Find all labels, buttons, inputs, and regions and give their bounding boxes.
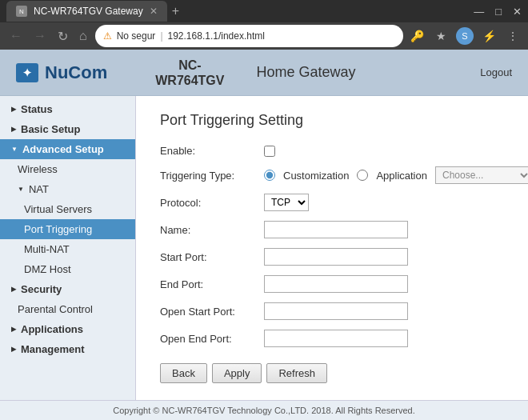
open-end-port-row: Open End Port: bbox=[160, 330, 504, 347]
apply-button[interactable]: Apply bbox=[212, 363, 262, 383]
logo-icon: ✦ bbox=[16, 63, 38, 82]
radio-customization-label: Customization bbox=[283, 170, 349, 182]
page-layout: Status Basic Setup Advanced Setup Wirele… bbox=[0, 96, 528, 420]
back-nav-button[interactable]: ← bbox=[6, 27, 26, 45]
logo-text: NuCom bbox=[45, 62, 107, 83]
radio-application[interactable] bbox=[357, 170, 368, 181]
maximize-button[interactable]: □ bbox=[495, 6, 502, 18]
sidebar-label-virtual-servers: Virtual Servers bbox=[24, 203, 92, 215]
end-port-control bbox=[264, 275, 408, 293]
sidebar-item-wireless[interactable]: Wireless bbox=[0, 159, 135, 179]
address-bar[interactable]: ⚠ No segur | 192.168.1.1/index.html bbox=[95, 25, 403, 47]
sidebar-label-nat: NAT bbox=[29, 183, 49, 195]
refresh-button[interactable]: Refresh bbox=[266, 363, 327, 383]
end-port-row: End Port: bbox=[160, 275, 504, 293]
home-nav-button[interactable]: ⌂ bbox=[76, 27, 90, 45]
settings-icon[interactable]: ⋮ bbox=[504, 27, 522, 45]
open-start-port-label: Open Start Port: bbox=[160, 306, 264, 318]
title-bar: N NC-WR764TGV Gateway ✕ + — □ ✕ bbox=[0, 0, 528, 22]
sidebar-label-wireless: Wireless bbox=[18, 163, 58, 175]
profile-icon[interactable]: S bbox=[456, 27, 474, 45]
protocol-row: Protocol: TCP UDP Both bbox=[160, 194, 504, 211]
sidebar-item-status[interactable]: Status bbox=[0, 99, 135, 119]
start-port-row: Start Port: bbox=[160, 248, 504, 266]
enable-control bbox=[264, 146, 275, 157]
sidebar-item-basic-setup[interactable]: Basic Setup bbox=[0, 119, 135, 139]
sidebar-label-security: Security bbox=[21, 283, 62, 295]
security-warning-icon: ⚠ bbox=[103, 30, 112, 42]
enable-label: Enable: bbox=[160, 145, 264, 157]
sidebar-label-dmz-host: DMZ Host bbox=[24, 263, 71, 275]
open-start-port-row: Open Start Port: bbox=[160, 302, 504, 320]
name-control bbox=[264, 221, 408, 238]
footer-text: Copyright © NC-WR764TGV Technology Co.,L… bbox=[113, 406, 415, 415]
star-icon[interactable]: ★ bbox=[432, 27, 450, 45]
radio-customization[interactable] bbox=[264, 170, 275, 181]
sidebar-item-port-triggering[interactable]: Port Triggering bbox=[0, 219, 135, 239]
reload-nav-button[interactable]: ↻ bbox=[54, 27, 71, 46]
footer: Copyright © NC-WR764TGV Technology Co.,L… bbox=[0, 400, 528, 420]
triggering-type-row: Triggering Type: Customization Applicati… bbox=[160, 166, 504, 184]
protocol-select[interactable]: TCP UDP Both bbox=[264, 194, 309, 211]
tab-close-button[interactable]: ✕ bbox=[150, 6, 158, 17]
sidebar-item-advanced-setup[interactable]: Advanced Setup bbox=[0, 139, 135, 159]
sidebar-label-port-triggering: Port Triggering bbox=[24, 223, 92, 235]
logo-area: ✦ NuCom bbox=[16, 62, 107, 83]
radio-application-label: Application bbox=[376, 170, 427, 182]
sidebar-item-parental-control[interactable]: Parental Control bbox=[0, 299, 135, 319]
minimize-button[interactable]: — bbox=[474, 6, 484, 18]
nav-bar: ← → ↻ ⌂ ⚠ No segur | 192.168.1.1/index.h… bbox=[0, 22, 528, 50]
sidebar-item-dmz-host[interactable]: DMZ Host bbox=[0, 259, 135, 279]
button-row: Back Apply Refresh bbox=[160, 363, 504, 383]
triggering-type-control: Customization Application Choose... bbox=[264, 166, 528, 184]
header-subtitle: Home Gateway bbox=[256, 64, 355, 81]
window-controls: — □ ✕ bbox=[474, 6, 522, 18]
forward-nav-button[interactable]: → bbox=[30, 27, 50, 45]
extensions-icon[interactable]: ⚡ bbox=[480, 27, 498, 45]
name-input[interactable] bbox=[264, 221, 408, 238]
browser-tab[interactable]: N NC-WR764TGV Gateway ✕ bbox=[6, 1, 167, 22]
back-button[interactable]: Back bbox=[160, 363, 207, 383]
open-end-port-control bbox=[264, 330, 408, 347]
address-url: 192.168.1.1/index.html bbox=[168, 30, 265, 42]
start-port-control bbox=[264, 248, 408, 266]
sidebar-label-basic-setup: Basic Setup bbox=[21, 123, 80, 135]
sidebar-label-parental-control: Parental Control bbox=[18, 303, 93, 315]
sidebar-label-applications: Applications bbox=[21, 323, 83, 335]
sidebar-label-advanced-setup: Advanced Setup bbox=[22, 143, 104, 155]
sidebar-item-applications[interactable]: Applications bbox=[0, 319, 135, 339]
open-start-port-control bbox=[264, 302, 408, 320]
open-start-port-input[interactable] bbox=[264, 302, 408, 320]
sidebar-label-management: Management bbox=[21, 343, 84, 355]
page-header: ✦ NuCom NC- WR764TGV Home Gateway Logout bbox=[0, 50, 528, 96]
device-name-line1: NC- bbox=[178, 58, 201, 72]
tab-favicon: N bbox=[16, 6, 27, 17]
sidebar-label-multi-nat: Multi-NAT bbox=[24, 243, 70, 255]
logout-button[interactable]: Logout bbox=[480, 66, 512, 78]
nav-icons: 🔑 ★ S ⚡ ⋮ bbox=[408, 27, 522, 45]
sidebar-label-status: Status bbox=[21, 103, 53, 115]
main-content: Port Triggering Setting Enable: Triggeri… bbox=[136, 96, 528, 420]
header-device-name: NC- WR764TGV bbox=[155, 58, 224, 88]
key-icon[interactable]: 🔑 bbox=[408, 27, 426, 45]
application-select[interactable]: Choose... bbox=[435, 166, 528, 184]
open-end-port-input[interactable] bbox=[264, 330, 408, 347]
enable-row: Enable: bbox=[160, 145, 504, 157]
sidebar-item-nat[interactable]: ▼ NAT bbox=[0, 179, 135, 199]
end-port-input[interactable] bbox=[264, 275, 408, 293]
end-port-label: End Port: bbox=[160, 278, 264, 290]
sidebar-item-virtual-servers[interactable]: Virtual Servers bbox=[0, 199, 135, 219]
enable-checkbox[interactable] bbox=[264, 146, 275, 157]
protocol-label: Protocol: bbox=[160, 197, 264, 209]
device-name-line2: WR764TGV bbox=[155, 74, 224, 87]
address-warning-text: No segur bbox=[117, 30, 156, 42]
sidebar-item-multi-nat[interactable]: Multi-NAT bbox=[0, 239, 135, 259]
start-port-input[interactable] bbox=[264, 248, 408, 266]
new-tab-button[interactable]: + bbox=[172, 4, 179, 18]
triggering-type-label: Triggering Type: bbox=[160, 170, 264, 182]
sidebar-item-management[interactable]: Management bbox=[0, 339, 135, 359]
close-button[interactable]: ✕ bbox=[513, 6, 522, 18]
tab-title: NC-WR764TGV Gateway bbox=[34, 6, 143, 17]
sidebar: Status Basic Setup Advanced Setup Wirele… bbox=[0, 96, 136, 420]
sidebar-item-security[interactable]: Security bbox=[0, 279, 135, 299]
